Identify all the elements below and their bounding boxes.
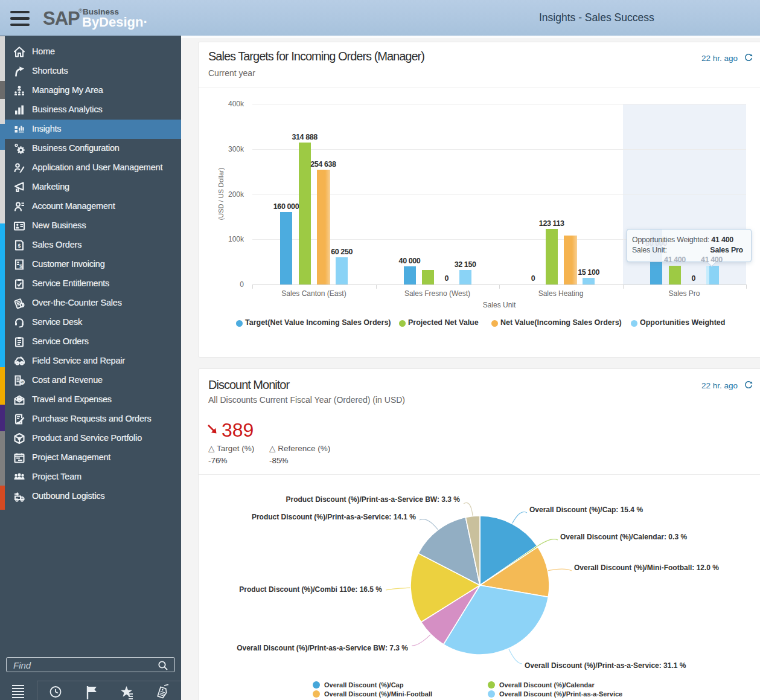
svg-text:$: $ (21, 379, 24, 385)
svg-text:$: $ (18, 243, 21, 249)
svg-text:$: $ (19, 263, 22, 269)
